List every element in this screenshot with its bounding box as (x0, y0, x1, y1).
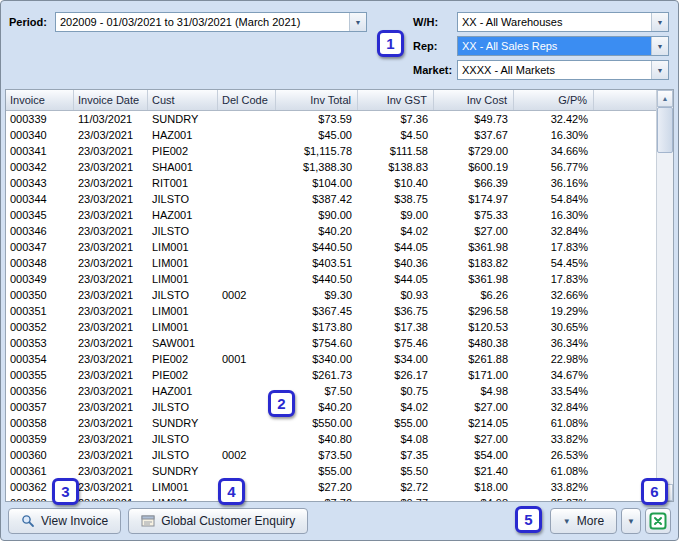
column-header-cust[interactable]: Cust (148, 90, 218, 110)
table-row[interactable]: 00035123/03/2021LIM001$367.45$36.75$296.… (6, 303, 656, 319)
table-cell: 000356 (6, 383, 74, 399)
table-row[interactable]: 00035723/03/2021JILSTO$40.20$4.02$27.003… (6, 399, 656, 415)
chevron-down-icon[interactable]: ▼ (651, 61, 668, 79)
table-cell: $111.58 (358, 143, 434, 159)
table-row[interactable]: 00034823/03/2021LIM001$403.51$40.36$183.… (6, 255, 656, 271)
table-cell: JILSTO (148, 191, 218, 207)
table-cell: $10.40 (358, 175, 434, 191)
chevron-down-icon[interactable]: ▼ (651, 13, 668, 31)
table-cell: 61.08% (514, 415, 594, 431)
table-row[interactable]: 00034223/03/2021SHA001$1,388.30$138.83$6… (6, 159, 656, 175)
table-cell: 16.30% (514, 207, 594, 223)
table-cell: 000344 (6, 191, 74, 207)
table-cell: 30.65% (514, 319, 594, 335)
more-button[interactable]: ▼ More (550, 508, 617, 534)
table-cell-filler (594, 191, 656, 207)
table-row[interactable]: 00035623/03/2021HAZ001$7.50$0.75$4.9833.… (6, 383, 656, 399)
table-cell-filler (594, 415, 656, 431)
table-cell: $171.00 (434, 367, 514, 383)
table-cell: $6.26 (434, 287, 514, 303)
table-cell (218, 127, 276, 143)
table-row[interactable]: 00034523/03/2021HAZ001$90.00$9.00$75.331… (6, 207, 656, 223)
table-cell: 000347 (6, 239, 74, 255)
table-row[interactable]: 00036123/03/2021SUNDRY$55.00$5.50$21.406… (6, 463, 656, 479)
warehouse-select[interactable]: XX - All Warehouses ▼ (457, 12, 669, 32)
table-cell: LIM001 (148, 495, 218, 501)
table-cell: $214.05 (434, 415, 514, 431)
vertical-scrollbar[interactable]: ▲ ▼ (656, 90, 673, 501)
table-cell: 23/03/2021 (74, 415, 148, 431)
table-cell: $480.38 (434, 335, 514, 351)
rep-select[interactable]: XX - All Sales Reps ▼ (457, 36, 669, 56)
table-cell: $261.88 (434, 351, 514, 367)
column-header-inv-gst[interactable]: Inv GST (358, 90, 434, 110)
table-cell: 61.08% (514, 463, 594, 479)
market-value: XXXX - All Markets (458, 61, 651, 79)
table-cell-filler (594, 351, 656, 367)
table-cell: $17.38 (358, 319, 434, 335)
callout-5: 5 (515, 506, 542, 533)
table-row[interactable]: 00036223/03/2021LIM001$27.20$2.72$18.003… (6, 479, 656, 495)
table-cell: 32.42% (514, 111, 594, 127)
table-cell: 23/03/2021 (74, 271, 148, 287)
column-header-inv-cost[interactable]: Inv Cost (434, 90, 514, 110)
table-row[interactable]: 00035223/03/2021LIM001$173.80$17.38$120.… (6, 319, 656, 335)
table-row[interactable]: 00036323/03/2021LIM001$7.70$0.77$4.9835.… (6, 495, 656, 501)
column-header-invoice[interactable]: Invoice (6, 90, 74, 110)
column-header-gp-percent[interactable]: G/P% (514, 90, 594, 110)
table-cell: JILSTO (148, 223, 218, 239)
table-cell-filler (594, 255, 656, 271)
table-cell: $26.17 (358, 367, 434, 383)
table-cell: JILSTO (148, 431, 218, 447)
table-cell: JILSTO (148, 399, 218, 415)
table-row[interactable]: 00034723/03/2021LIM001$440.50$44.05$361.… (6, 239, 656, 255)
table-cell: $75.46 (358, 335, 434, 351)
column-header-invoice-date[interactable]: Invoice Date (74, 90, 148, 110)
table-cell (218, 159, 276, 175)
table-row[interactable]: 00034123/03/2021PIE002$1,115.78$111.58$7… (6, 143, 656, 159)
table-row[interactable]: 00035023/03/2021JILSTO0002$9.30$0.93$6.2… (6, 287, 656, 303)
table-cell: 000359 (6, 431, 74, 447)
table-cell: LIM001 (148, 255, 218, 271)
scroll-up-button[interactable]: ▲ (657, 90, 673, 107)
column-header-del-code[interactable]: Del Code (218, 90, 276, 110)
view-invoice-label: View Invoice (41, 514, 108, 528)
table-cell: 34.66% (514, 143, 594, 159)
table-row[interactable]: 00034923/03/2021LIM001$440.50$44.05$361.… (6, 271, 656, 287)
table-row[interactable]: 00035523/03/2021PIE002$261.73$26.17$171.… (6, 367, 656, 383)
scrollbar-thumb[interactable] (657, 107, 673, 153)
table-row[interactable]: 00035423/03/2021PIE0020001$340.00$34.00$… (6, 351, 656, 367)
table-row[interactable]: 00034623/03/2021JILSTO$40.20$4.02$27.003… (6, 223, 656, 239)
market-select[interactable]: XXXX - All Markets ▼ (457, 60, 669, 80)
table-cell-filler (594, 303, 656, 319)
callout-3: 3 (52, 478, 79, 505)
table-row[interactable]: 00035923/03/2021JILSTO$40.80$4.08$27.003… (6, 431, 656, 447)
table-cell: 000353 (6, 335, 74, 351)
global-customer-enquiry-button[interactable]: Global Customer Enquiry (128, 508, 308, 534)
table-cell: $550.00 (276, 415, 358, 431)
view-invoice-button[interactable]: View Invoice (8, 508, 121, 534)
table-cell-filler (594, 143, 656, 159)
table-row[interactable]: 00035823/03/2021SUNDRY$550.00$55.00$214.… (6, 415, 656, 431)
table-cell: 34.67% (514, 367, 594, 383)
table-cell: $174.97 (434, 191, 514, 207)
table-row[interactable]: 00033911/03/2021SUNDRY$73.59$7.36$49.733… (6, 111, 656, 127)
table-cell: $4.02 (358, 399, 434, 415)
table-cell (218, 463, 276, 479)
table-row[interactable]: 00036023/03/2021JILSTO0002$73.50$7.35$54… (6, 447, 656, 463)
table-cell: 33.54% (514, 383, 594, 399)
table-row[interactable]: 00035323/03/2021SAW001$754.60$75.46$480.… (6, 335, 656, 351)
more-dropdown-button[interactable]: ▼ (621, 508, 641, 534)
column-header-inv-total[interactable]: Inv Total (276, 90, 358, 110)
table-row[interactable]: 00034023/03/2021HAZ001$45.00$4.50$37.671… (6, 127, 656, 143)
table-cell: $75.33 (434, 207, 514, 223)
table-cell: 11/03/2021 (74, 111, 148, 127)
table-row[interactable]: 00034323/03/2021RIT001$104.00$10.40$66.3… (6, 175, 656, 191)
period-select[interactable]: 202009 - 01/03/2021 to 31/03/2021 (March… (55, 12, 367, 32)
export-excel-button[interactable] (645, 508, 671, 534)
table-cell: $183.82 (434, 255, 514, 271)
table-cell: 23/03/2021 (74, 191, 148, 207)
table-row[interactable]: 00034423/03/2021JILSTO$387.42$38.75$174.… (6, 191, 656, 207)
chevron-down-icon[interactable]: ▼ (651, 37, 668, 55)
chevron-down-icon[interactable]: ▼ (349, 13, 366, 31)
